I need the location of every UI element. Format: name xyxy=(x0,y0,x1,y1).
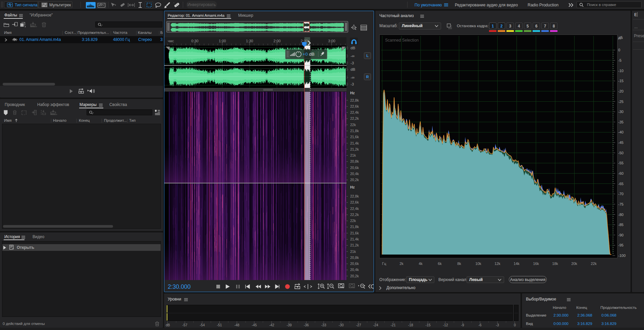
svg-text:20,4k: 20,4k xyxy=(350,172,359,176)
svg-text:-60: -60 xyxy=(618,171,624,175)
svg-text:1:30: 1:30 xyxy=(246,39,253,43)
svg-text:20,2k: 20,2k xyxy=(350,178,359,182)
svg-text:20,6k: 20,6k xyxy=(350,262,359,266)
svg-text:-70: -70 xyxy=(618,192,624,196)
svg-text:21,4k: 21,4k xyxy=(350,237,359,241)
svg-text:dB: dB xyxy=(351,46,355,50)
svg-text:R: R xyxy=(366,75,369,79)
svg-text:3:00: 3:00 xyxy=(328,39,335,43)
svg-text:-65: -65 xyxy=(618,182,624,186)
svg-text:Scanned Selection: Scanned Selection xyxy=(385,38,419,43)
svg-text:-50: -50 xyxy=(618,151,624,155)
svg-text:чмс: чмс xyxy=(168,39,174,43)
svg-text:21,8k: 21,8k xyxy=(350,129,359,133)
svg-text:21,6k: 21,6k xyxy=(350,135,359,139)
svg-text:21,8k: 21,8k xyxy=(350,225,359,229)
svg-text:21,6k: 21,6k xyxy=(350,231,359,235)
svg-text:20k: 20k xyxy=(571,262,577,266)
svg-text:L: L xyxy=(366,54,369,58)
svg-text:4k: 4k xyxy=(419,262,423,266)
svg-text:-15: -15 xyxy=(618,79,624,83)
svg-text:21,2k: 21,2k xyxy=(350,243,359,247)
svg-text:2:00: 2:00 xyxy=(273,39,280,43)
svg-text:-20: -20 xyxy=(618,89,624,93)
svg-text:Hz: Hz xyxy=(350,185,355,189)
svg-text:-35: -35 xyxy=(618,120,624,124)
svg-text:-25: -25 xyxy=(618,100,624,104)
svg-text:-100: -100 xyxy=(618,254,626,258)
svg-text:21k: 21k xyxy=(350,153,356,157)
svg-text:-95: -95 xyxy=(618,243,624,247)
svg-text:-10: -10 xyxy=(618,69,624,73)
svg-text:6k: 6k xyxy=(438,262,442,266)
svg-text:21,2k: 21,2k xyxy=(350,147,359,151)
svg-text:16k: 16k xyxy=(533,262,539,266)
svg-text:22,6k: 22,6k xyxy=(350,200,359,204)
svg-text:22,2k: 22,2k xyxy=(350,213,359,217)
svg-text:-5: -5 xyxy=(618,58,622,62)
svg-text:12k: 12k xyxy=(494,262,500,266)
svg-text:-45: -45 xyxy=(618,141,624,145)
svg-text:-∞: -∞ xyxy=(351,54,355,58)
svg-text:22,2k: 22,2k xyxy=(350,116,359,120)
svg-text:20,4k: 20,4k xyxy=(350,268,359,272)
svg-text:22,6k: 22,6k xyxy=(350,104,359,108)
svg-text:21,4k: 21,4k xyxy=(350,141,359,145)
svg-text:0: 0 xyxy=(618,48,620,52)
svg-text:-85: -85 xyxy=(618,223,624,227)
svg-text:dB: dB xyxy=(351,67,355,71)
svg-text:20,6k: 20,6k xyxy=(350,166,359,170)
svg-text:-90: -90 xyxy=(618,233,624,237)
svg-text:-3: -3 xyxy=(351,61,354,65)
svg-text:2k: 2k xyxy=(399,262,404,266)
svg-text:-3: -3 xyxy=(351,82,354,86)
svg-text:22,8k: 22,8k xyxy=(350,194,359,198)
svg-text:10k: 10k xyxy=(475,262,481,266)
svg-text:22k: 22k xyxy=(591,262,597,266)
svg-text:22k: 22k xyxy=(350,219,356,223)
svg-text:20,8k: 20,8k xyxy=(350,159,359,163)
svg-text:1:00: 1:00 xyxy=(219,39,226,43)
svg-text:дБ: дБ xyxy=(618,36,623,40)
svg-text:20,2k: 20,2k xyxy=(350,274,359,278)
svg-text:8k: 8k xyxy=(457,262,461,266)
svg-text:-30: -30 xyxy=(618,110,624,114)
svg-text:-55: -55 xyxy=(618,161,624,165)
svg-text:21k: 21k xyxy=(350,250,356,254)
svg-text:20,8k: 20,8k xyxy=(350,256,359,260)
svg-text:22,4k: 22,4k xyxy=(350,110,359,114)
svg-text:-∞: -∞ xyxy=(351,75,355,79)
svg-text:-75: -75 xyxy=(618,202,624,206)
svg-text:14k: 14k xyxy=(514,262,520,266)
svg-text:0:30: 0:30 xyxy=(191,39,198,43)
svg-text:Hz: Hz xyxy=(350,91,355,95)
svg-text:-40: -40 xyxy=(618,130,624,134)
svg-text:18k: 18k xyxy=(552,262,558,266)
svg-text:22k: 22k xyxy=(350,123,356,127)
svg-text:+0 dB: +0 dB xyxy=(303,52,315,57)
svg-text:Гц: Гц xyxy=(382,262,386,266)
svg-text:22,4k: 22,4k xyxy=(350,207,359,211)
svg-text:-80: -80 xyxy=(618,213,624,217)
svg-text:22,8k: 22,8k xyxy=(350,98,359,102)
